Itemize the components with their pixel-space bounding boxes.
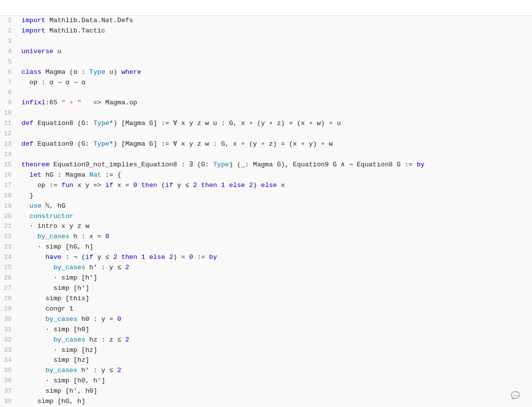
line-code: have : ¬ (if y ≤ 2 then 1 else 2) = 0 :=… [18,252,532,263]
line-number: 31 [0,325,18,335]
line-number: 34 [0,355,18,366]
line-number: 35 [0,366,18,376]
line-number: 37 [0,386,18,397]
line-code [18,150,532,160]
line-code: import Mathlib.Data.Nat.Defs [18,16,532,26]
line-number: 25 [0,263,18,273]
line-number: 6 [0,67,18,78]
svg-point-1 [515,395,516,396]
line-code: by_cases hz : z ≤ 2 [18,335,532,345]
line-number: 20 [0,212,18,222]
line-number: 8 [0,88,18,98]
line-code [18,36,532,47]
table-row: 31 · simp [h0] [0,325,532,335]
table-row: 9infixl:65 " ∘ " => Magma.op [0,98,532,108]
line-code: · simp [hG, h] [18,242,532,252]
table-row: 16 let hG : Magma Nat := { [0,170,532,181]
line-number: 3 [0,36,18,47]
line-number: 9 [0,98,18,108]
table-row: 7 op : α → α → α [0,78,532,88]
line-code: constructor [18,212,532,222]
table-row: 37 simp [h', h0] [0,386,532,397]
line-number: 21 [0,221,18,232]
line-code: infixl:65 " ∘ " => Magma.op [18,98,532,108]
line-code: def Equation8 (G: Type*) [Magma G] := ∀ … [18,119,532,129]
table-row: 11def Equation8 (G: Type*) [Magma G] := … [0,119,532,129]
wechat-icon [510,390,520,400]
table-row: 24 have : ¬ (if y ≤ 2 then 1 else 2) = 0… [0,252,532,263]
line-number: 38 [0,397,18,407]
line-code: simp [h', h0] [18,386,532,397]
editor-area[interactable]: 1import Mathlib.Data.Nat.Defs2import Mat… [0,16,532,407]
table-row: 6class Magma (α : Type u) where [0,67,532,78]
line-code [18,57,532,67]
line-number: 22 [0,232,18,242]
table-row: 33 · simp [hz] [0,345,532,356]
line-number: 12 [0,129,18,139]
table-row: 26 · simp [h'] [0,273,532,283]
table-row: 13def Equation9 (G: Type*) [Magma G] := … [0,139,532,150]
line-number: 17 [0,181,18,191]
line-number: 24 [0,252,18,263]
line-number: 27 [0,283,18,294]
line-number: 13 [0,139,18,150]
table-row: 10 [0,108,532,119]
line-number: 33 [0,345,18,356]
line-code [18,129,532,139]
line-code: simp [h'] [18,283,532,294]
line-number: 2 [0,26,18,36]
code-table: 1import Mathlib.Data.Nat.Defs2import Mat… [0,16,532,407]
table-row: 8 [0,88,532,98]
table-row: 34 simp [hz] [0,355,532,366]
line-number: 29 [0,304,18,314]
line-code: } [18,191,532,201]
line-number: 11 [0,119,18,129]
table-row: 27 simp [h'] [0,283,532,294]
line-number: 36 [0,376,18,386]
line-number: 4 [0,47,18,57]
table-row: 23 · simp [hG, h] [0,242,532,252]
line-number: 7 [0,78,18,88]
table-row: 4universe u [0,47,532,57]
line-code: · intro x y z w [18,221,532,232]
line-code: let hG : Magma Nat := { [18,170,532,181]
line-number: 23 [0,242,18,252]
line-number: 28 [0,294,18,304]
table-row: 12 [0,129,532,139]
line-code: by_cases h' : y ≤ 2 [18,366,532,376]
svg-point-0 [513,395,514,396]
table-row: 5 [0,57,532,67]
table-row: 25 by_cases h' : y ≤ 2 [0,263,532,273]
table-row: 14 [0,150,532,160]
table-row: 36 · simp [h0, h'] [0,376,532,386]
table-row: 30 by_cases h0 : y = 0 [0,314,532,325]
line-code: universe u [18,47,532,57]
line-code: by_cases h' : y ≤ 2 [18,263,532,273]
line-number: 32 [0,335,18,345]
line-code: def Equation9 (G: Type*) [Magma G] := ∀ … [18,139,532,150]
table-row: 21 · intro x y z w [0,221,532,232]
line-number: 18 [0,191,18,201]
table-row: 17 op := fun x y => if x = 0 then (if y … [0,181,532,191]
line-code: op := fun x y => if x = 0 then (if y ≤ 2… [18,181,532,191]
line-code: · simp [h0] [18,325,532,335]
table-row: 1import Mathlib.Data.Nat.Defs [0,16,532,26]
line-number: 5 [0,57,18,67]
top-bar [0,0,532,16]
table-row: 28 simp [this] [0,294,532,304]
table-row: 3 [0,36,532,47]
line-code: class Magma (α : Type u) where [18,67,532,78]
line-code: · simp [h0, h'] [18,376,532,386]
line-code [18,88,532,98]
svg-point-2 [516,395,517,396]
line-code: import Mathlib.Tactic [18,26,532,36]
line-code: op : α → α → α [18,78,532,88]
table-row: 35 by_cases h' : y ≤ 2 [0,366,532,376]
line-code: simp [hG, h] [18,397,532,407]
table-row: 29 congr 1 [0,304,532,314]
table-row: 2import Mathlib.Tactic [0,26,532,36]
watermark [510,390,522,400]
table-row: 38 simp [hG, h] [0,397,532,407]
line-number: 14 [0,150,18,160]
line-number: 16 [0,170,18,181]
